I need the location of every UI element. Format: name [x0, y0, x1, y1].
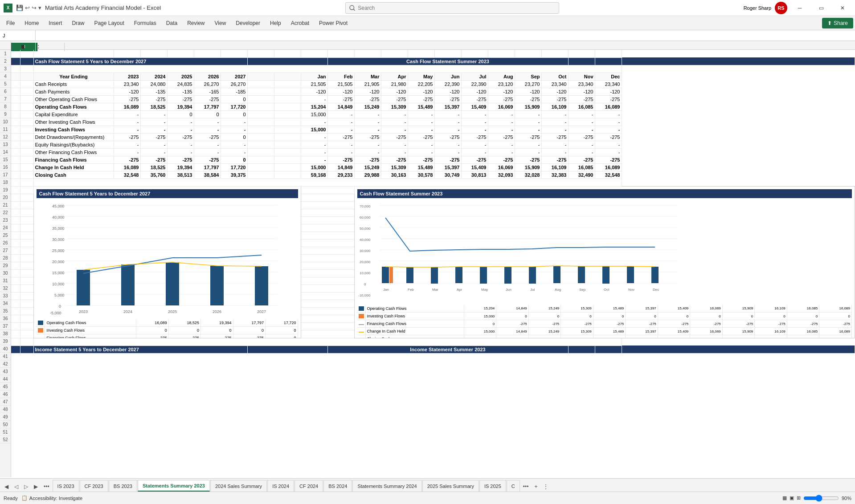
sheet-tab-statements-summary-2023[interactable]: Statements Summary 2023: [138, 480, 210, 492]
header-left: Cash Flow Statement 5 Years to December …: [33, 57, 247, 65]
cell-reference[interactable]: J: [0, 30, 36, 41]
svg-text:50,000: 50,000: [360, 227, 371, 231]
ready-status: Ready: [4, 496, 18, 501]
table-row: [11, 65, 855, 73]
excel-icon: X: [4, 4, 12, 12]
table-row: [11, 179, 855, 186]
sheet-tab-bs2024[interactable]: BS 2024: [323, 480, 352, 492]
status-bar: Ready 📋 Accessibility: Investigate ▦ ▣ ⊞…: [0, 492, 855, 504]
row-num-38: 38: [0, 330, 11, 337]
column-headers: A B C D E F G H J K L M N O P Q R S T U …: [0, 41, 855, 50]
tab-view[interactable]: View: [210, 17, 231, 29]
tab-acrobat[interactable]: Acrobat: [286, 17, 314, 29]
svg-rect-54: [553, 266, 560, 283]
tab-power-pivot[interactable]: Power Pivot: [315, 17, 352, 29]
accessibility-status[interactable]: Accessibility: Investigate: [29, 496, 82, 501]
svg-text:30,000: 30,000: [360, 249, 371, 253]
avatar[interactable]: RS: [775, 2, 787, 14]
search-bar[interactable]: [345, 2, 559, 14]
tab-scroll-left[interactable]: ◀: [2, 482, 11, 492]
tab-draw[interactable]: Draw: [67, 17, 89, 29]
view-normal-icon[interactable]: ▦: [782, 495, 787, 501]
ribbon: File Home Insert Draw Page Layout Formul…: [0, 16, 855, 30]
tab-options[interactable]: ⋮: [540, 482, 551, 492]
tab-formulas[interactable]: Formulas: [130, 17, 161, 29]
sheet-tab-c[interactable]: C: [507, 480, 520, 492]
sheet-tab-bs2023[interactable]: BS 2023: [109, 480, 137, 492]
redo-icon[interactable]: ↪: [32, 4, 37, 11]
row-num-40: 40: [0, 345, 11, 353]
svg-text:-5,000: -5,000: [50, 311, 61, 315]
row-num-17: 17: [0, 171, 11, 179]
undo-redo-group: 💾 ↩ ↪ ▾: [16, 4, 41, 11]
view-page-layout-icon[interactable]: ▣: [790, 495, 794, 501]
view-page-break-icon[interactable]: ⊞: [797, 495, 801, 501]
tab-more[interactable]: •••: [41, 482, 52, 492]
sheet-tab-statements-summary-2024[interactable]: Statements Summary 2024: [352, 480, 421, 492]
row-num-7: 7: [0, 95, 11, 103]
table-row: [11, 338, 855, 345]
row-num-25: 25: [0, 232, 11, 239]
bar-2023-operating: [77, 270, 90, 305]
svg-rect-55: [578, 266, 585, 283]
undo-icon[interactable]: ↩: [25, 4, 30, 11]
table-row: Other Financing Cash Flows ----- -------…: [11, 148, 855, 156]
row-num-6: 6: [0, 88, 11, 95]
tab-developer[interactable]: Developer: [231, 17, 265, 29]
tab-scroll-next[interactable]: ▷: [21, 482, 31, 492]
sheet-tab-2024-sales-summary[interactable]: 2024 Sales Summary: [210, 480, 267, 492]
tab-scroll-prev[interactable]: ◁: [12, 482, 21, 492]
svg-text:Apr: Apr: [457, 288, 462, 292]
row-num-35: 35: [0, 307, 11, 315]
svg-text:35,000: 35,000: [52, 226, 65, 231]
tab-home[interactable]: Home: [20, 17, 43, 29]
svg-text:45,000: 45,000: [52, 204, 65, 208]
tab-data[interactable]: Data: [162, 17, 182, 29]
tab-page-layout[interactable]: Page Layout: [90, 17, 128, 29]
save-icon[interactable]: 💾: [16, 4, 23, 11]
tab-insert[interactable]: Insert: [44, 17, 66, 29]
row-num-52: 52: [0, 436, 11, 443]
table-row: Investing Cash Flows ----- 15,000-------…: [11, 126, 855, 133]
search-input[interactable]: [358, 5, 555, 11]
bar-2027-operating: [255, 266, 268, 305]
svg-text:Oct: Oct: [604, 288, 610, 292]
customize-icon[interactable]: ▾: [38, 4, 41, 11]
minimize-button[interactable]: ─: [791, 0, 809, 16]
accessibility-icon: 📋: [21, 495, 28, 501]
svg-text:Jun: Jun: [506, 288, 511, 292]
tab-ellipsis[interactable]: •••: [520, 482, 532, 492]
table-row: Cash Receipts 23,34024,08024,83526,27026…: [11, 80, 855, 88]
sheet-tab-2025-sales-summary[interactable]: 2025 Sales Summary: [422, 480, 479, 492]
row-num-31: 31: [0, 277, 11, 285]
sheet-tab-is2023[interactable]: IS 2023: [53, 480, 79, 492]
table-row: Change In Cash Held 16,08918,52519,39417…: [11, 163, 855, 171]
row-num-21: 21: [0, 201, 11, 209]
sheet-tab-is2025[interactable]: IS 2025: [479, 480, 506, 492]
share-button[interactable]: ⬆ Share: [822, 18, 853, 28]
spreadsheet-table: Cash Flow Statement 5 Years to December …: [11, 50, 855, 354]
tab-review[interactable]: Review: [183, 17, 209, 29]
sheet-tab-cf2023[interactable]: CF 2023: [80, 480, 108, 492]
sheet-tab-is2024[interactable]: IS 2024: [267, 480, 294, 492]
tab-scroll-right[interactable]: ▶: [31, 482, 41, 492]
row-num-18: 18: [0, 179, 11, 186]
sheet-tab-cf2024[interactable]: CF 2024: [295, 480, 323, 492]
row-num-27: 27: [0, 247, 11, 254]
close-button[interactable]: ✕: [834, 0, 851, 16]
zoom-slider[interactable]: [803, 495, 839, 502]
svg-text:-10,000: -10,000: [358, 293, 371, 297]
restore-button[interactable]: ▭: [812, 0, 830, 16]
tab-help[interactable]: Help: [266, 17, 286, 29]
titlebar-left: X 💾 ↩ ↪ ▾ Martial Arts Academy Financial…: [4, 4, 161, 12]
table-row: Income Statement 5 Years to December 202…: [11, 345, 855, 353]
row-num-14: 14: [0, 148, 11, 156]
header-right: Cash Flow Statement Summer 2023: [327, 57, 568, 65]
table-row: Other Investing Cash Flows ----- -------…: [11, 118, 855, 126]
row-num-5: 5: [0, 80, 11, 88]
tab-file[interactable]: File: [2, 17, 19, 29]
row-num-1: 1: [0, 50, 11, 57]
tab-add[interactable]: +: [532, 482, 540, 492]
svg-rect-50: [455, 267, 462, 283]
search-icon: [349, 5, 355, 11]
